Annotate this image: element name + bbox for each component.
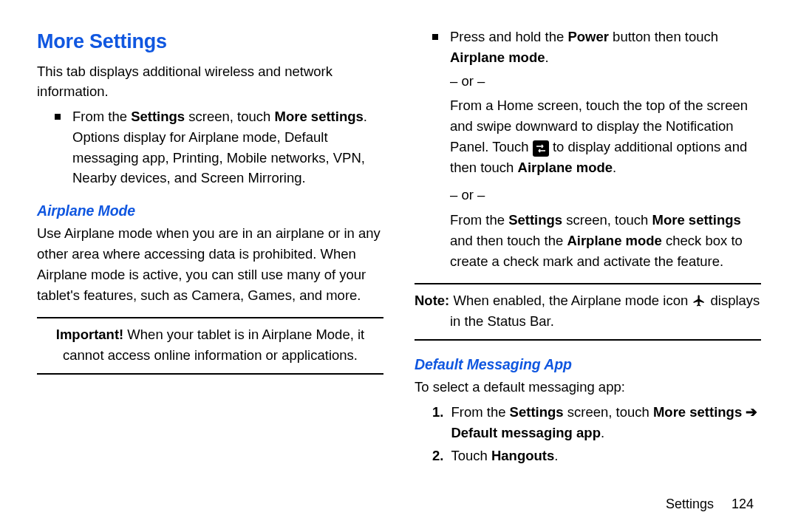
- settings-more-airplane-instruction: From the Settings screen, touch More set…: [415, 210, 761, 271]
- bullet-continuation: Options display for Airplane mode, Defau…: [37, 127, 383, 188]
- right-column: Press and hold the Power button then tou…: [415, 27, 761, 485]
- notification-panel-instruction: From a Home screen, touch the top of the…: [415, 95, 761, 177]
- page-footer: Settings124: [666, 494, 754, 514]
- page-columns: More Settings This tab displays addition…: [37, 27, 761, 485]
- note-airplane-icon: Note: When enabled, the Airplane mode ic…: [415, 290, 761, 332]
- step-2: 2. Touch Hangouts.: [415, 446, 761, 466]
- heading-more-settings: More Settings: [37, 27, 383, 57]
- step-1: 1. From the Settings screen, touch More …: [415, 402, 761, 443]
- footer-page-number: 124: [732, 497, 754, 511]
- bullet-text: Press and hold the Power button then tou…: [450, 27, 761, 68]
- divider: [415, 283, 761, 284]
- square-bullet-icon: [432, 34, 438, 40]
- intro-paragraph: This tab displays additional wireless an…: [37, 61, 383, 103]
- msg-intro: To select a default messaging app:: [415, 377, 761, 398]
- bullet-power-airplane: Press and hold the Power button then tou…: [415, 27, 761, 68]
- heading-airplane-mode: Airplane Mode: [37, 200, 383, 222]
- step-number: 2.: [432, 446, 443, 466]
- or-separator: – or –: [415, 185, 761, 205]
- divider: [37, 317, 383, 318]
- quick-settings-icon: [533, 140, 549, 157]
- step-number: 1.: [432, 402, 443, 423]
- divider: [37, 373, 383, 375]
- square-bullet-icon: [55, 114, 61, 120]
- airplane-icon: [692, 293, 706, 308]
- bullet-text: From the Settings screen, touch More set…: [72, 106, 367, 127]
- bullet-from-settings: From the Settings screen, touch More set…: [37, 106, 383, 127]
- important-note: Important! When your tablet is in Airpla…: [37, 324, 383, 366]
- footer-section-name: Settings: [666, 497, 714, 511]
- or-separator: – or –: [415, 71, 761, 92]
- divider: [415, 339, 761, 341]
- step-text: From the Settings screen, touch More set…: [451, 402, 761, 443]
- left-column: More Settings This tab displays addition…: [37, 27, 383, 485]
- heading-default-messaging: Default Messaging App: [415, 354, 761, 375]
- airplane-body: Use Airplane mode when you are in an air…: [37, 223, 383, 305]
- step-text: Touch Hangouts.: [451, 446, 558, 466]
